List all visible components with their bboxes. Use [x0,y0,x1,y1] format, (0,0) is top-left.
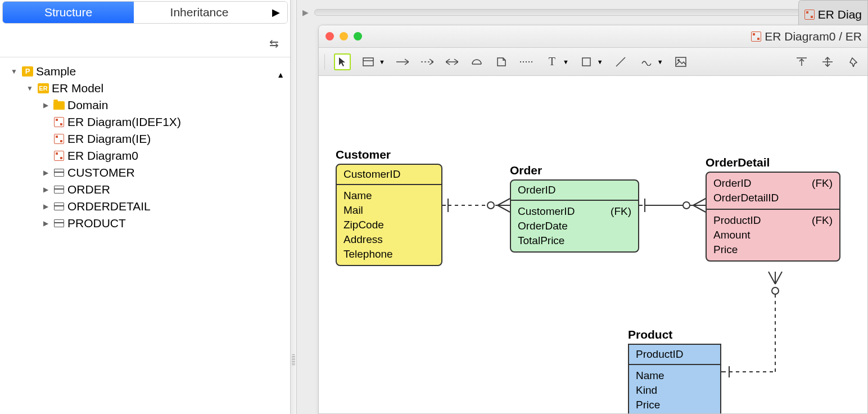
folder-icon [53,101,65,110]
image-tool[interactable] [672,53,689,70]
table-icon [54,186,64,194]
top-strip: ▶ ER Diag [297,0,868,25]
svg-line-44 [775,272,782,284]
tree-label: ER Diagram(IE) [67,130,151,147]
align-top-tool[interactable] [793,53,810,70]
cursor-icon [338,57,347,67]
toggle-icon[interactable] [40,164,51,181]
align-top-icon [797,57,807,67]
tree-node-domain[interactable]: Domain [4,97,286,114]
collapse-arrow-icon[interactable]: ▲ [277,70,284,79]
entity-order[interactable]: OrderID CustomerID(FK) OrderDate TotalPr… [510,179,639,253]
fk-label: (FK) [611,204,631,219]
entity-tool-button[interactable] [360,53,377,70]
diagram-window: ER Diagram0 / ER ▼ T ▼ [318,25,868,414]
tree-label: Sample [36,63,76,80]
top-scrollbar[interactable] [314,9,862,16]
rect-tool[interactable] [578,53,595,70]
toggle-icon[interactable] [9,63,19,80]
pk-field: OrderID [713,176,752,191]
vertical-splitter[interactable] [290,0,297,414]
subtype-tool[interactable] [468,53,485,70]
attr: Address [343,232,383,247]
toggle-icon[interactable] [40,97,51,114]
image-icon [675,57,686,67]
tree-node-product[interactable]: PRODUCT [4,215,286,232]
attr: TotalPrice [518,233,564,248]
tree-node-customer[interactable]: CUSTOMER [4,164,286,181]
subtype-icon [471,58,482,65]
tab-inheritance[interactable]: Inheritance [134,2,265,23]
freehand-tool[interactable] [638,53,655,70]
zoom-window-button[interactable] [354,32,362,40]
diagram-icon [751,32,761,42]
diagram-canvas[interactable]: Customer CustomerID Name Mail ZipCode Ad… [319,76,867,413]
attr: Mail [343,203,363,218]
tree-label: ER Diagram0 [67,147,138,164]
toolbar-separator [324,54,325,70]
minimize-window-button[interactable] [340,32,348,40]
tree-label: Domain [67,97,108,114]
tab-more-arrow-icon[interactable]: ▶ [265,2,287,23]
dropdown-icon[interactable]: ▼ [379,58,385,65]
dependency-tool[interactable] [518,53,535,70]
attr: Name [636,368,664,383]
project-icon: P [22,66,33,76]
dock-handle-icon[interactable]: ▶ [302,8,309,17]
window-titlebar[interactable]: ER Diagram0 / ER [319,25,867,48]
select-tool-button[interactable] [334,53,351,70]
tree-node-order[interactable]: ORDER [4,181,286,198]
entity-title-orderdetail: OrderDetail [706,156,770,169]
tree-label: ORDERDETAIL [67,198,151,215]
tree-node-diagram-ie[interactable]: ER Diagram(IE) [4,130,286,147]
sync-icon[interactable]: ⇆ [269,37,279,50]
diagram-icon [54,117,64,127]
toggle-icon[interactable] [40,215,51,232]
align-mid-icon [822,57,833,67]
entity-title-order: Order [510,164,542,177]
pk-field: OrderID [518,184,556,196]
mm-icon [446,58,458,65]
dropdown-icon[interactable]: ▼ [597,58,603,65]
pk-field: OrderDetailID [713,191,779,205]
attr: Kind [636,383,657,398]
entity-orderdetail[interactable]: OrderID(FK) OrderDetailID ProductID(FK) … [706,172,840,262]
dropdown-icon[interactable]: ▼ [563,58,569,65]
nonidentifying-rel-tool[interactable] [419,53,436,70]
tree-node-diagram0[interactable]: ER Diagram0 [4,147,286,164]
entity-product[interactable]: ProductID Name Kind Price [628,344,721,414]
tree-label: ORDER [67,181,110,198]
pk-field: ProductID [636,348,683,360]
note-tool[interactable] [493,53,510,70]
line-tool[interactable] [612,53,629,70]
attr: Telephone [343,247,393,262]
editor-tab-er-diag[interactable]: ER Diag [798,0,868,25]
identifying-rel-tool[interactable] [394,53,411,70]
many-many-rel-tool[interactable] [444,53,460,70]
align-middle-tool[interactable] [819,53,836,70]
dropdown-icon[interactable]: ▼ [657,58,663,65]
tree-node-ermodel[interactable]: ER ER Model [4,80,286,97]
toggle-icon[interactable] [40,198,51,215]
attr: OrderDate [518,219,568,233]
fk-label: (FK) [812,213,833,228]
table-icon [54,169,64,177]
rect-icon [581,57,591,67]
toggle-icon[interactable] [25,80,35,97]
tree-node-diagram-idef1x[interactable]: ER Diagram(IDEF1X) [4,114,286,130]
close-window-button[interactable] [326,32,334,40]
model-tree: P Sample ER ER Model Domain ER Diagram(I… [0,57,290,237]
toggle-icon[interactable] [40,181,51,198]
tree-label: PRODUCT [67,215,126,232]
text-tool[interactable]: T [544,53,560,70]
pin-tool[interactable] [845,53,862,70]
table-icon [54,202,64,210]
tree-node-orderdetail[interactable]: ORDERDETAIL [4,198,286,215]
window-title: ER Diagram0 / ER [751,30,862,43]
tree-node-sample[interactable]: P Sample [4,63,286,80]
svg-line-27 [498,199,510,205]
tab-structure[interactable]: Structure [3,2,134,23]
svg-point-26 [487,202,494,209]
note-icon [496,57,507,67]
entity-customer[interactable]: CustomerID Name Mail ZipCode Address Tel… [336,164,442,266]
